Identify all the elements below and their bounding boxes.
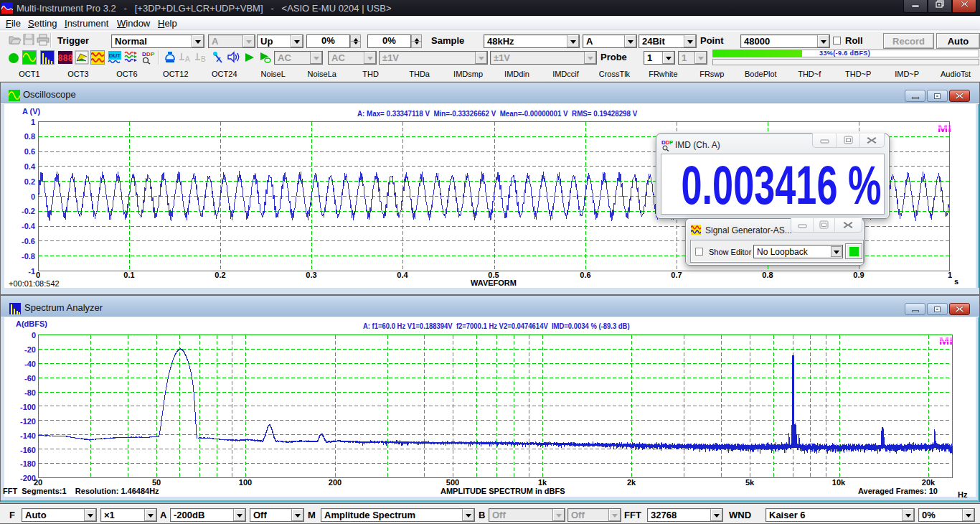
svg-text:B: B bbox=[201, 55, 206, 63]
svg-text:888: 888 bbox=[58, 54, 72, 64]
svg-text:DUT: DUT bbox=[109, 52, 121, 59]
svg-text:P: P bbox=[669, 139, 673, 146]
svg-text:0.003416 %: 0.003416 % bbox=[682, 154, 882, 214]
svg-text:P: P bbox=[151, 51, 155, 57]
svg-text:A: A bbox=[185, 55, 190, 63]
